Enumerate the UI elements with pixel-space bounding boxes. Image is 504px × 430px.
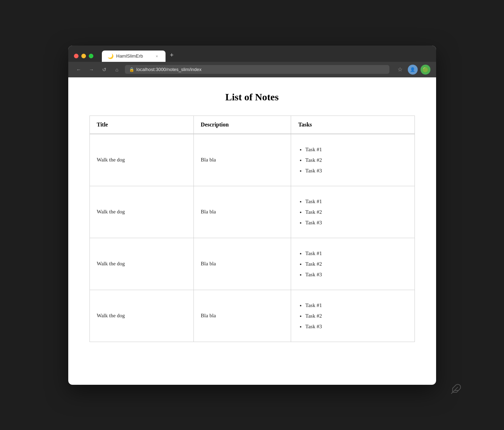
table-body: Walk the dogBla blaTask #1Task #2Task #3…	[89, 134, 415, 342]
table-header: Title Description Tasks	[89, 116, 415, 134]
notes-table: Title Description Tasks Walk the dogBla …	[89, 116, 415, 342]
table-row: Walk the dogBla blaTask #1Task #2Task #3	[89, 290, 415, 342]
title-bar: 🌙 HamlSlimErb × +	[68, 46, 436, 62]
browser-tab[interactable]: 🌙 HamlSlimErb ×	[102, 51, 166, 62]
lock-icon: 🔒	[129, 67, 134, 72]
cell-title-0: Walk the dog	[89, 134, 193, 186]
user-avatar[interactable]: 👤	[408, 65, 418, 75]
tab-title: HamlSlimErb	[116, 53, 151, 59]
new-tab-button[interactable]: +	[167, 51, 177, 60]
url-text: localhost:3000/notes_slim/index	[137, 67, 202, 72]
task-item: Task #3	[305, 165, 407, 176]
maximize-button[interactable]	[89, 54, 93, 58]
page-title: List of Notes	[89, 92, 415, 103]
table-row: Walk the dogBla blaTask #1Task #2Task #3	[89, 186, 415, 238]
page-content: List of Notes Title Description Tasks Wa…	[68, 77, 436, 356]
back-button[interactable]: ←	[74, 65, 84, 75]
task-item: Task #2	[305, 259, 407, 269]
extension-icon[interactable]: 🟢	[421, 65, 430, 75]
minimize-button[interactable]	[81, 54, 86, 58]
traffic-lights	[74, 54, 93, 58]
header-description: Description	[193, 116, 291, 134]
cell-title-2: Walk the dog	[89, 238, 193, 290]
cell-description-1: Bla bla	[193, 186, 291, 238]
browser-window: 🌙 HamlSlimErb × + ← → ↺ ⌂ 🔒 localhost:30…	[68, 46, 436, 385]
task-item: Task #3	[305, 321, 407, 332]
tab-close-icon[interactable]: ×	[154, 53, 160, 59]
tab-favicon-icon: 🌙	[108, 53, 114, 59]
cell-tasks-1: Task #1Task #2Task #3	[291, 186, 415, 238]
cell-description-0: Bla bla	[193, 134, 291, 186]
task-item: Task #1	[305, 248, 407, 259]
address-bar[interactable]: 🔒 localhost:3000/notes_slim/index	[125, 65, 389, 74]
close-button[interactable]	[74, 54, 79, 58]
cell-description-2: Bla bla	[193, 238, 291, 290]
table-row: Walk the dogBla blaTask #1Task #2Task #3	[89, 134, 415, 186]
task-item: Task #1	[305, 196, 407, 207]
bookmark-icon[interactable]: ☆	[395, 65, 405, 75]
task-item: Task #1	[305, 144, 407, 155]
task-item: Task #3	[305, 217, 407, 228]
table-row: Walk the dogBla blaTask #1Task #2Task #3	[89, 238, 415, 290]
reload-button[interactable]: ↺	[99, 65, 109, 75]
header-row: Title Description Tasks	[89, 116, 415, 134]
task-item: Task #2	[305, 311, 407, 321]
cell-tasks-2: Task #1Task #2Task #3	[291, 238, 415, 290]
task-item: Task #1	[305, 300, 407, 311]
task-item: Task #2	[305, 155, 407, 165]
task-item: Task #2	[305, 207, 407, 217]
task-item: Task #3	[305, 269, 407, 280]
nav-right: ☆ 👤 🟢	[395, 65, 430, 75]
cell-title-1: Walk the dog	[89, 186, 193, 238]
home-button[interactable]: ⌂	[112, 65, 122, 75]
header-title: Title	[89, 116, 193, 134]
cell-tasks-3: Task #1Task #2Task #3	[291, 290, 415, 342]
forward-button[interactable]: →	[87, 65, 97, 75]
tab-bar: 🌙 HamlSlimErb × +	[102, 51, 430, 62]
header-tasks: Tasks	[291, 116, 415, 134]
browser-chrome: 🌙 HamlSlimErb × + ← → ↺ ⌂ 🔒 localhost:30…	[68, 46, 436, 77]
cell-title-3: Walk the dog	[89, 290, 193, 342]
cell-description-3: Bla bla	[193, 290, 291, 342]
cell-tasks-0: Task #1Task #2Task #3	[291, 134, 415, 186]
nav-bar: ← → ↺ ⌂ 🔒 localhost:3000/notes_slim/inde…	[68, 62, 436, 77]
